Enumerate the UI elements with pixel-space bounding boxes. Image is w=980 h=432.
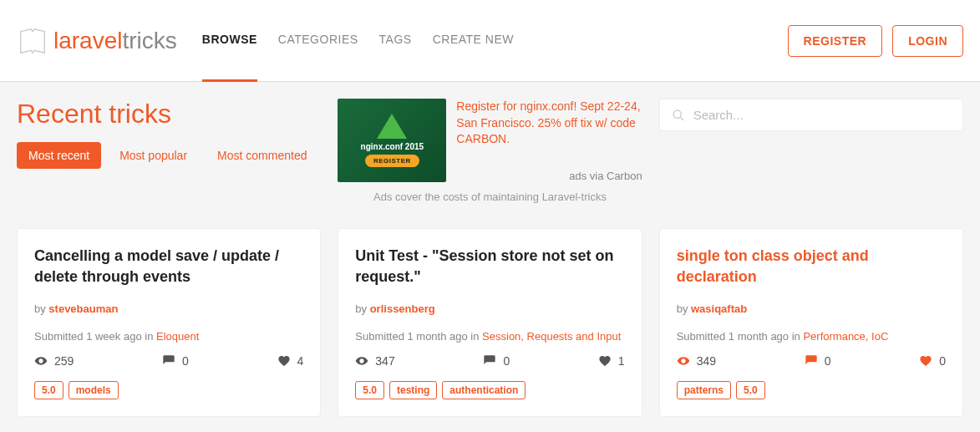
search-icon bbox=[672, 109, 685, 122]
ad-block[interactable]: nginx.conf 2015 REGISTER Register for ng… bbox=[338, 99, 642, 182]
logo[interactable]: laraveltricks bbox=[17, 25, 177, 57]
logo-sub: tricks bbox=[122, 28, 176, 54]
card-author-line: by orlissenberg bbox=[355, 302, 624, 315]
filter-most-commented[interactable]: Most commented bbox=[206, 142, 318, 169]
trick-card[interactable]: single ton class object and declaration … bbox=[659, 228, 963, 417]
card-title[interactable]: Unit Test - "Session store not set on re… bbox=[355, 246, 624, 287]
tag[interactable]: testing bbox=[389, 381, 437, 399]
views-stat: 347 bbox=[355, 354, 394, 368]
card-category[interactable]: Performance, IoC bbox=[803, 330, 888, 343]
likes-stat: 0 bbox=[919, 354, 946, 368]
heart-icon bbox=[277, 354, 291, 368]
heart-icon bbox=[598, 354, 612, 368]
svg-point-0 bbox=[673, 110, 681, 118]
comments-stat: 0 bbox=[805, 354, 831, 368]
ad-via-text[interactable]: ads via Carbon bbox=[456, 170, 642, 182]
eye-icon bbox=[355, 354, 368, 368]
tag[interactable]: 5.0 bbox=[736, 381, 765, 399]
ad-footer: Ads cover the costs of maintaining Larav… bbox=[338, 191, 642, 203]
card-category[interactable]: Session, Requests and Input bbox=[482, 330, 621, 343]
card-author[interactable]: stevebauman bbox=[48, 302, 118, 315]
header: laraveltricks BROWSE CATEGORIES TAGS CRE… bbox=[0, 0, 980, 82]
book-icon bbox=[17, 25, 48, 57]
likes-stat: 4 bbox=[277, 354, 304, 368]
views-stat: 349 bbox=[677, 354, 716, 368]
ad-image: nginx.conf 2015 REGISTER bbox=[338, 99, 446, 182]
card-stats: 347 0 1 bbox=[355, 354, 624, 368]
ad-conf-text: nginx.conf 2015 bbox=[361, 142, 424, 151]
nav-create-new[interactable]: CREATE NEW bbox=[433, 0, 514, 82]
card-tags: patterns 5.0 bbox=[677, 381, 946, 399]
card-author[interactable]: orlissenberg bbox=[370, 302, 435, 315]
card-title[interactable]: Cancelling a model save / update / delet… bbox=[34, 246, 303, 287]
login-button[interactable]: LOGIN bbox=[892, 25, 963, 57]
card-tags: 5.0 testing authentication bbox=[355, 381, 624, 399]
tag[interactable]: models bbox=[69, 381, 119, 399]
nav-browse[interactable]: BROWSE bbox=[202, 0, 257, 82]
nav-categories[interactable]: CATEGORIES bbox=[278, 0, 358, 82]
card-author-line: by wasiqaftab bbox=[677, 302, 946, 315]
tag[interactable]: patterns bbox=[677, 381, 731, 399]
eye-icon bbox=[677, 354, 690, 368]
main-nav: BROWSE CATEGORIES TAGS CREATE NEW bbox=[202, 0, 514, 82]
card-tags: 5.0 models bbox=[34, 381, 303, 399]
nav-tags[interactable]: TAGS bbox=[379, 0, 412, 82]
filter-most-recent[interactable]: Most recent bbox=[17, 142, 101, 169]
trick-card[interactable]: Cancelling a model save / update / delet… bbox=[17, 228, 321, 417]
tag[interactable]: 5.0 bbox=[34, 381, 63, 399]
comments-stat: 0 bbox=[483, 354, 510, 368]
card-category[interactable]: Eloquent bbox=[156, 330, 199, 343]
header-right: REGISTER LOGIN bbox=[788, 25, 963, 57]
card-stats: 259 0 4 bbox=[34, 354, 303, 368]
filter-tabs: Most recent Most popular Most commented bbox=[17, 142, 321, 169]
search-input[interactable] bbox=[693, 108, 951, 122]
comments-stat: 0 bbox=[162, 354, 189, 368]
tag[interactable]: 5.0 bbox=[355, 381, 384, 399]
ad-link-text[interactable]: Register for nginx.conf! Sept 22-24, San… bbox=[456, 99, 642, 148]
top-row: Recent tricks Most recent Most popular M… bbox=[17, 99, 963, 203]
header-left: laraveltricks BROWSE CATEGORIES TAGS CRE… bbox=[17, 0, 514, 82]
search-box[interactable] bbox=[659, 99, 963, 131]
logo-main: laravel bbox=[53, 28, 122, 54]
svg-line-1 bbox=[680, 117, 683, 120]
card-title[interactable]: single ton class object and declaration bbox=[677, 246, 946, 287]
likes-stat: 1 bbox=[598, 354, 625, 368]
comment-icon bbox=[805, 354, 818, 368]
heart-icon bbox=[919, 354, 932, 368]
ad-text-block: Register for nginx.conf! Sept 22-24, San… bbox=[456, 99, 642, 182]
trick-card[interactable]: Unit Test - "Session store not set on re… bbox=[338, 228, 642, 417]
views-stat: 259 bbox=[34, 354, 74, 368]
comment-icon bbox=[483, 354, 496, 368]
ad-register-badge: REGISTER bbox=[365, 155, 419, 167]
card-stats: 349 0 0 bbox=[677, 354, 946, 368]
ad-section: nginx.conf 2015 REGISTER Register for ng… bbox=[338, 99, 642, 203]
cards-grid: Cancelling a model save / update / delet… bbox=[17, 228, 963, 417]
page-title: Recent tricks bbox=[17, 99, 321, 130]
tag[interactable]: authentication bbox=[442, 381, 526, 399]
comment-icon bbox=[162, 354, 175, 368]
filter-most-popular[interactable]: Most popular bbox=[108, 142, 199, 169]
main-container: Recent tricks Most recent Most popular M… bbox=[0, 82, 980, 432]
register-button[interactable]: REGISTER bbox=[788, 25, 883, 57]
card-author[interactable]: wasiqaftab bbox=[691, 302, 747, 315]
card-meta: Submitted 1 week ago in Eloquent bbox=[34, 330, 303, 343]
card-author-line: by stevebauman bbox=[34, 302, 303, 315]
eye-icon bbox=[34, 354, 48, 368]
card-meta: Submitted 1 month ago in Performance, Io… bbox=[677, 330, 946, 343]
title-section: Recent tricks Most recent Most popular M… bbox=[17, 99, 321, 169]
card-meta: Submitted 1 month ago in Session, Reques… bbox=[355, 330, 624, 343]
